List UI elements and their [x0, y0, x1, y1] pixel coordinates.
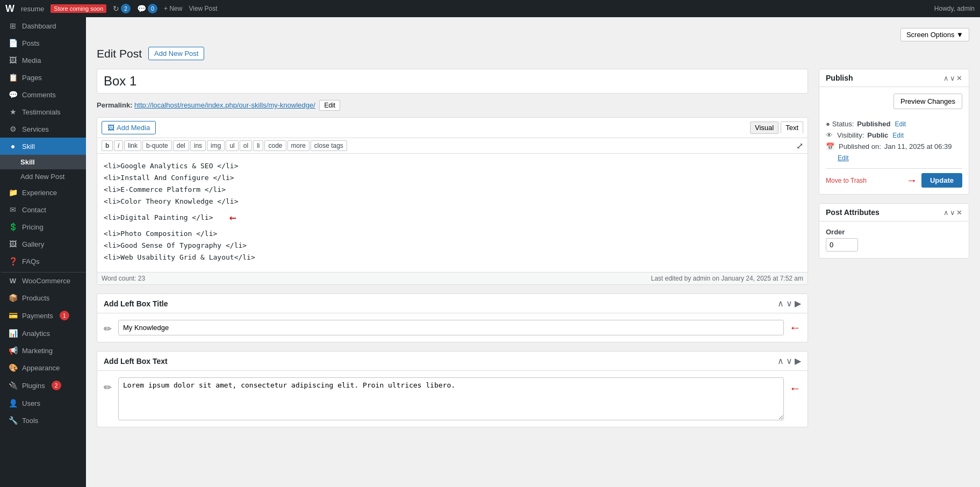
media-icon: 🖼 [8, 56, 18, 65]
fmt-ins-button[interactable]: ins [190, 140, 206, 151]
sidebar-item-media[interactable]: 🖼 Media [0, 52, 86, 69]
permalink-edit-button[interactable]: Edit [319, 100, 340, 111]
sidebar-item-woocommerce[interactable]: W WooCommerce [0, 272, 86, 289]
sidebar-item-testimonials[interactable]: ★ Testimonials [0, 103, 86, 120]
update-button[interactable]: Update [921, 173, 962, 188]
faqs-icon: ❓ [8, 257, 18, 266]
fmt-bold-button[interactable]: b [102, 140, 113, 151]
left-box-text-header[interactable]: Add Left Box Text ∧ ∨ ▶ [97, 352, 808, 371]
sidebar-item-appearance[interactable]: 🎨 Appearance [0, 359, 86, 376]
sidebar-item-users[interactable]: 👤 Users [0, 395, 86, 412]
attributes-collapse-up[interactable]: ∧ [943, 209, 949, 217]
updates-icon[interactable]: ↻ 2 [113, 4, 131, 13]
add-new-post-button[interactable]: Add New Post [148, 47, 204, 60]
sidebar-item-plugins[interactable]: 🔌 Plugins 2 [0, 376, 86, 395]
sidebar-item-pages[interactable]: 📋 Pages [0, 69, 86, 86]
comments-icon[interactable]: 💬 0 [137, 4, 157, 13]
publish-close[interactable]: ✕ [956, 74, 962, 82]
close-meta-box-icon[interactable]: ▶ [795, 298, 801, 309]
wp-logo-icon: W [5, 3, 15, 15]
visual-tab[interactable]: Visual [750, 121, 779, 134]
sidebar-item-services[interactable]: ⚙ Services [0, 120, 86, 138]
add-media-button[interactable]: 🖼 Add Media [102, 121, 156, 134]
left-box-title-header[interactable]: Add Left Box Title ∧ ∨ ▶ [97, 294, 808, 313]
fmt-img-button[interactable]: img [207, 140, 225, 151]
fmt-link-button[interactable]: link [124, 140, 141, 151]
site-name[interactable]: resume [21, 5, 44, 13]
published-edit-link[interactable]: Edit [838, 154, 849, 162]
word-count: Word count: 23 [102, 275, 145, 282]
edit-icon-title: ✏ [104, 323, 112, 335]
post-title-input[interactable] [97, 69, 808, 94]
howdy-user: Howdy, admin [934, 5, 975, 12]
collapse-down-icon[interactable]: ∨ [786, 298, 792, 309]
analytics-icon: 📊 [8, 329, 18, 338]
updates-count: 2 [121, 4, 131, 13]
post-attributes-title: Post Attributes [826, 208, 880, 217]
collapse-down-icon2[interactable]: ∨ [786, 356, 792, 366]
text-tab[interactable]: Text [781, 121, 803, 134]
screen-options-button[interactable]: Screen Options ▼ [900, 28, 969, 41]
pages-icon: 📋 [8, 73, 18, 82]
payments-icon: 💳 [8, 311, 18, 320]
fmt-more-button[interactable]: more [287, 140, 309, 151]
sidebar-item-experience[interactable]: 📁 Experience [0, 184, 86, 201]
preview-changes-button[interactable]: Preview Changes [893, 94, 962, 109]
status-label: Status: [832, 120, 854, 128]
new-post-button[interactable]: + New [164, 5, 182, 12]
page-title: Edit Post [97, 47, 142, 60]
payments-badge: 1 [60, 311, 69, 320]
skill-icon: ● [8, 142, 18, 151]
sidebar-item-gallery[interactable]: 🖼 Gallery [0, 235, 86, 253]
edit-icon-text: ✏ [104, 382, 112, 393]
calendar-icon: 📅 [826, 142, 834, 151]
attributes-close[interactable]: ✕ [956, 209, 962, 217]
left-box-title-input[interactable] [118, 320, 784, 335]
pricing-icon: 💲 [8, 223, 18, 231]
sidebar-item-skill[interactable]: ● Skill [0, 138, 86, 155]
sidebar-item-analytics[interactable]: 📊 Analytics [0, 325, 86, 342]
left-box-text-label: Add Left Box Text [104, 357, 168, 366]
view-post-link[interactable]: View Post [189, 5, 217, 12]
collapse-up-icon[interactable]: ∧ [777, 298, 784, 309]
sidebar-item-dashboard[interactable]: ⊞ Dashboard [0, 17, 86, 34]
close-meta-box-icon2[interactable]: ▶ [795, 356, 801, 366]
fmt-del-button[interactable]: del [173, 140, 189, 151]
testimonials-icon: ★ [8, 108, 18, 116]
fmt-italic-button[interactable]: i [114, 140, 123, 151]
sidebar-item-products[interactable]: 📦 Products [0, 289, 86, 306]
fmt-code-button[interactable]: code [264, 140, 286, 151]
sidebar-subitem-add-new-post[interactable]: Add New Post [0, 169, 86, 184]
last-edited: Last edited by admin on January 24, 2025… [651, 275, 803, 282]
plugins-badge: 2 [52, 381, 61, 390]
sidebar-item-posts[interactable]: 📄 Posts [0, 34, 86, 52]
sidebar-subitem-skill[interactable]: Skill [0, 155, 86, 169]
post-attributes-header: Post Attributes ∧ ∨ ✕ [819, 204, 969, 221]
fmt-bquote-button[interactable]: b-quote [142, 140, 172, 151]
fmt-close-tags-button[interactable]: close tags [311, 140, 347, 151]
fmt-ul-button[interactable]: ul [226, 140, 238, 151]
sidebar-item-payments[interactable]: 💳 Payments 1 [0, 306, 86, 325]
expand-editor-icon[interactable]: ⤢ [796, 141, 803, 151]
sidebar-item-contact[interactable]: ✉ Contact [0, 201, 86, 218]
left-box-text-input[interactable]: Lorem ipsum dolor sit amet, consectetur … [118, 377, 784, 420]
sidebar-item-pricing[interactable]: 💲 Pricing [0, 218, 86, 235]
permalink-url[interactable]: http://localhost/resume/index.php/our-sk… [134, 101, 315, 109]
fmt-li-button[interactable]: li [253, 140, 263, 151]
sidebar-item-faqs[interactable]: ❓ FAQs [0, 253, 86, 270]
status-edit-link[interactable]: Edit [895, 120, 906, 128]
sidebar-item-marketing[interactable]: 📢 Marketing [0, 342, 86, 359]
appearance-icon: 🎨 [8, 363, 18, 372]
fmt-ol-button[interactable]: ol [240, 140, 252, 151]
order-input[interactable] [826, 238, 858, 252]
attributes-collapse-down[interactable]: ∨ [950, 209, 955, 217]
sidebar-item-comments[interactable]: 💬 Comments [0, 86, 86, 103]
sidebar-item-tools[interactable]: 🔧 Tools [0, 412, 86, 429]
publish-collapse-down[interactable]: ∨ [950, 74, 955, 82]
marketing-icon: 📢 [8, 346, 18, 355]
move-to-trash-link[interactable]: Move to Trash [826, 177, 867, 184]
publish-collapse-up[interactable]: ∧ [943, 74, 949, 82]
experience-icon: 📁 [8, 188, 18, 197]
visibility-edit-link[interactable]: Edit [892, 132, 904, 139]
collapse-up-icon2[interactable]: ∧ [777, 356, 784, 366]
